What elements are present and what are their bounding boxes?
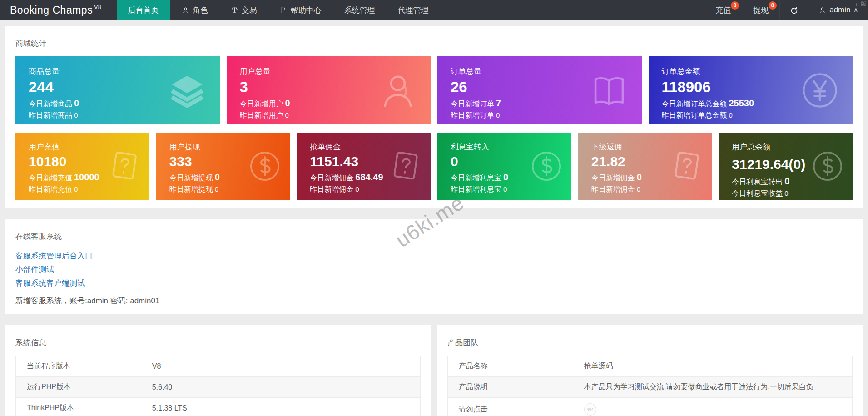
row-label: 运行PHP版本 (16, 377, 141, 398)
yesterday-value: 0 (74, 111, 78, 119)
system-info-table: 当前程序版本V8运行PHP版本5.6.40ThinkPHP版本5.1.38 LT… (15, 356, 421, 416)
stat-card: 用户提现333今日新增提现0昨日新增提现0 (156, 133, 290, 200)
question-file-icon (388, 149, 423, 184)
today-label: 今日新增佣金 (591, 174, 635, 182)
today-value: 25530 (729, 98, 754, 108)
row-label: 产品说明 (448, 377, 573, 398)
yesterday-value: 0 (729, 111, 733, 119)
nav-right: 充值0提现0 admin ∧ (704, 0, 868, 20)
brand-logo[interactable]: Booking Champs V8 (0, 0, 117, 20)
nav-item-trade[interactable]: 交易 (219, 0, 268, 20)
user-icon (818, 6, 826, 14)
stat-card-yesterday-line: 昨日新增利息宝0 (451, 185, 571, 194)
today-label: 今日新增订单总金额 (662, 100, 727, 108)
yesterday-label: 昨日新增充值 (29, 185, 72, 193)
table-row: 产品说明本产品只为学习测试交流,请勿要做商业或者用于违法行为,一切后果自负 (448, 377, 853, 398)
do-not-click-badge[interactable]: 404 (584, 403, 596, 416)
refresh-button[interactable] (779, 0, 811, 20)
row-value: V8 (141, 356, 421, 377)
stat-card: 抢单佣金1151.43今日新增佣金684.49昨日新增佣金0 (297, 133, 431, 200)
dollar-icon (810, 149, 845, 184)
nav-item-label: 系统管理 (344, 5, 375, 15)
row-label: 请勿点击 (448, 398, 573, 416)
stat-card-yesterday-line: 今日利息宝收益0 (732, 189, 853, 198)
yesterday-value: 0 (503, 185, 507, 193)
stats-section-title: 商城统计 (15, 38, 853, 49)
nav-menu: 后台首页角色交易帮助中心系统管理代理管理 (117, 0, 440, 20)
recharge-label: 充值 (715, 5, 731, 15)
service-link-3[interactable]: 客服系统客户端测试 (15, 277, 85, 290)
user-icon (377, 69, 419, 111)
today-value: 684.49 (355, 172, 383, 182)
system-info-title: 系统信息 (15, 337, 421, 348)
stat-card-yesterday-line: 昨日新增订单0 (451, 111, 642, 120)
row-label: 当前程序版本 (16, 356, 141, 377)
today-label: 今日新增佣金 (310, 174, 353, 182)
stat-card: 用户充值10180今日新增充值10000昨日新增充值0 (15, 133, 149, 200)
stat-card-yesterday-line: 昨日新增佣金0 (591, 185, 712, 194)
nav-item-home[interactable]: 后台首页 (117, 0, 170, 20)
user-small-icon (182, 6, 189, 14)
yesterday-value: 0 (285, 111, 289, 119)
today-label: 今日新增提现 (169, 174, 213, 182)
system-info-panel: 系统信息 当前程序版本V8运行PHP版本5.6.40ThinkPHP版本5.1.… (5, 325, 431, 416)
stat-card: 用户总余额31219.64(0)今日利息宝转出0今日利息宝收益0 (719, 133, 853, 200)
row-label: 产品名称 (448, 356, 573, 377)
table-row: 产品名称抢单源码 (448, 356, 853, 377)
table-row: 运行PHP版本5.6.40 (16, 377, 421, 398)
yesterday-label: 昨日新增佣金 (591, 185, 635, 193)
row-value: 本产品只为学习测试交流,请勿要做商业或者用于违法行为,一切后果自负 (573, 377, 853, 398)
yen-icon (799, 69, 841, 111)
stat-card: 用户总量3今日新增用户0昨日新增用户0 (227, 56, 431, 124)
today-value: 0 (784, 176, 789, 186)
nav-item-help-center[interactable]: 帮助中心 (268, 0, 333, 20)
today-label: 今日新增充值 (29, 174, 72, 182)
nav-item-label: 代理管理 (398, 5, 429, 15)
stats-row-2: 用户充值10180今日新增充值10000昨日新增充值0用户提现333今日新增提现… (15, 133, 853, 200)
today-label: 今日利息宝转出 (732, 178, 783, 186)
product-team-title: 产品团队 (447, 337, 853, 348)
today-label: 今日新增商品 (29, 100, 72, 108)
stat-card-yesterday-line: 昨日新增用户0 (240, 111, 431, 120)
service-note: 新增客服系统，账号:admin 密码: admin01 (15, 296, 853, 306)
nav-item-label: 后台首页 (128, 5, 159, 15)
dollar-icon (247, 149, 283, 184)
main-content: 商城统计 商品总量244今日新增商品0昨日新增商品0用户总量3今日新增用户0昨日… (0, 20, 868, 416)
service-panel: 在线客服系统 客服系统管理后台入口小部件测试客服系统客户端测试 新增客服系统，账… (5, 219, 863, 314)
product-team-table: 产品名称抢单源码产品说明本产品只为学习测试交流,请勿要做商业或者用于违法行为,一… (447, 356, 853, 416)
withdraw-button[interactable]: 提现0 (742, 0, 779, 20)
yesterday-label: 昨日新增提现 (169, 185, 213, 193)
question-file-icon (669, 149, 704, 184)
yesterday-label: 今日利息宝收益 (732, 189, 783, 197)
nav-item-label: 帮助中心 (291, 5, 322, 15)
yesterday-label: 昨日新增利息宝 (451, 185, 501, 193)
row-label: ThinkPHP版本 (16, 398, 141, 416)
yesterday-value: 0 (74, 185, 78, 193)
nav-item-system-manage[interactable]: 系统管理 (333, 0, 387, 20)
today-value: 7 (496, 98, 501, 108)
nav-item-roles[interactable]: 角色 (170, 0, 219, 20)
book-icon (588, 69, 630, 111)
stat-card: 商品总量244今日新增商品0昨日新增商品0 (15, 56, 220, 124)
withdraw-badge: 0 (769, 1, 777, 10)
service-links: 客服系统管理后台入口小部件测试客服系统客户端测试 (15, 249, 853, 290)
refresh-icon (790, 6, 798, 14)
yesterday-label: 昨日新增佣金 (310, 185, 353, 193)
nav-item-label: 交易 (242, 5, 257, 15)
yesterday-value: 0 (215, 185, 218, 193)
yesterday-label: 昨日新增商品 (29, 111, 72, 119)
today-label: 今日新增用户 (240, 100, 283, 108)
recharge-button[interactable]: 充值0 (704, 0, 742, 20)
today-value: 0 (74, 98, 79, 108)
service-link-2[interactable]: 小部件测试 (15, 263, 54, 277)
brand-text: Booking Champs (10, 4, 93, 16)
stat-card: 订单总量26今日新增订单7昨日新增订单0 (437, 56, 642, 124)
service-link-1[interactable]: 客服系统管理后台入口 (15, 249, 93, 263)
yesterday-label: 昨日新增订单总金额 (662, 111, 727, 119)
nav-item-agent-manage[interactable]: 代理管理 (387, 0, 440, 20)
question-file-icon (107, 149, 142, 184)
nav-actions: 充值0提现0 (704, 0, 779, 20)
stat-card-yesterday-line: 昨日新增佣金0 (310, 185, 431, 194)
withdraw-label: 提现 (753, 5, 769, 15)
license-label: 正版 (855, 0, 866, 8)
